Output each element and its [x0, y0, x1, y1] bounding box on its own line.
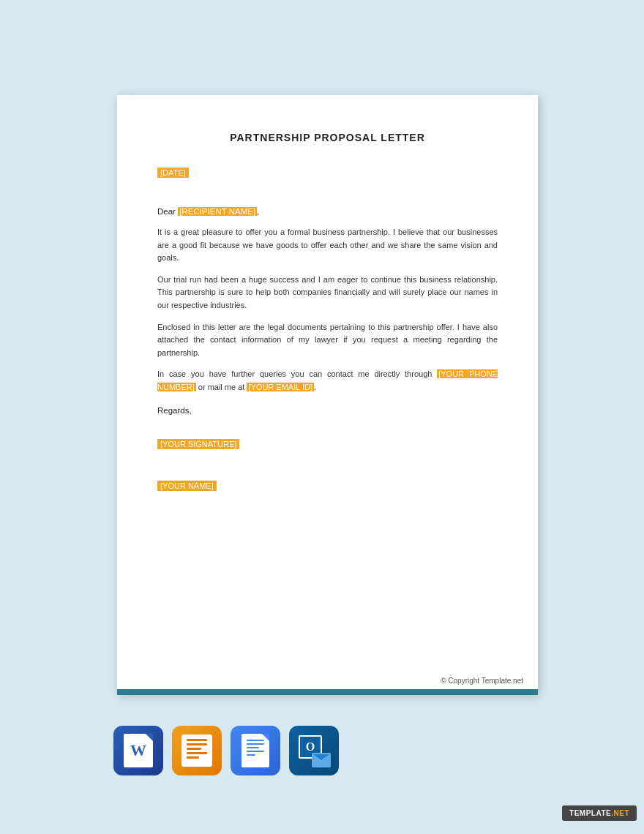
app-icon-outlook[interactable]: O [289, 726, 339, 775]
document-title: PARTNERSHIP PROPOSAL LETTER [157, 132, 498, 143]
recipient-field[interactable]: [RECIPIENT NAME] [178, 207, 257, 216]
paragraph-2: Our trial run had been a huge success an… [157, 274, 498, 312]
document-footer: © Copyright Template.net [117, 666, 538, 695]
greeting-line: Dear [RECIPIENT NAME], [157, 207, 498, 216]
signature-field[interactable]: [YOUR SIGNATURE] [157, 439, 239, 449]
name-field[interactable]: [YOUR NAME] [157, 481, 217, 491]
app-icon-google-docs[interactable] [231, 726, 280, 775]
regards-line: Regards, [157, 406, 498, 415]
template-badge: TEMPLATE.NET [562, 805, 637, 821]
paragraph-1: It is a great pleasure to offer you a fo… [157, 226, 498, 265]
template-highlight: .NET [611, 809, 629, 817]
app-icons-bar: W O [113, 726, 339, 775]
template-label: TEMPLATE [569, 809, 611, 817]
footer-copyright: © Copyright Template.net [441, 677, 523, 685]
app-icon-word[interactable]: W [113, 726, 163, 775]
footer-bar [117, 689, 538, 695]
document-container: PARTNERSHIP PROPOSAL LETTER [DATE] Dear … [117, 95, 538, 695]
paragraph-4: In case you have further queries you can… [157, 368, 498, 394]
document-body: PARTNERSHIP PROPOSAL LETTER [DATE] Dear … [117, 95, 538, 666]
date-field[interactable]: [DATE] [157, 168, 189, 178]
paragraph-3: Enclosed in this letter are the legal do… [157, 321, 498, 360]
email-field[interactable]: [YOUR EMAIL ID] [247, 383, 314, 391]
app-icon-pages[interactable] [172, 726, 222, 775]
